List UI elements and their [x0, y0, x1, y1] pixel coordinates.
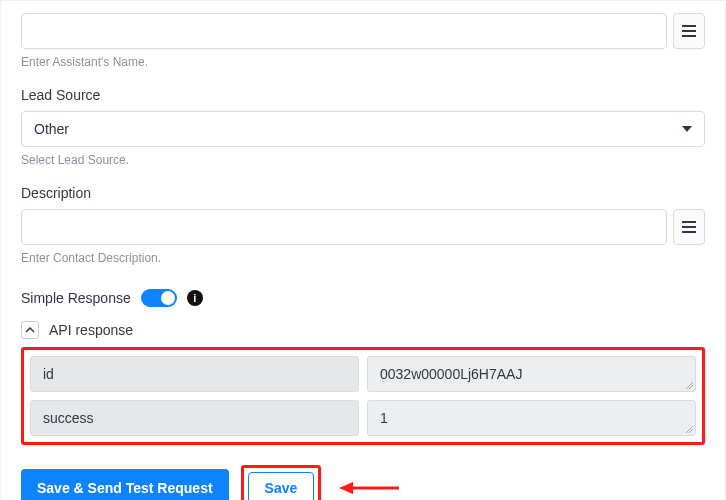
assistant-name-input[interactable] [21, 13, 667, 49]
svg-rect-5 [682, 231, 696, 233]
caret-down-icon [682, 126, 692, 132]
simple-response-toggle[interactable] [141, 289, 177, 307]
lead-source-label: Lead Source [21, 87, 705, 103]
assistant-name-row [21, 13, 705, 49]
api-key-text: id [43, 366, 54, 382]
api-key-text: success [43, 410, 94, 426]
api-response-header: API response [21, 321, 705, 339]
assistant-name-helper: Enter Assistant's Name. [21, 55, 705, 69]
description-helper: Enter Contact Description. [21, 251, 705, 265]
button-row: Save & Send Test Request Save [21, 465, 705, 500]
menu-icon [681, 221, 697, 233]
form-page: Enter Assistant's Name. Lead Source Othe… [0, 0, 726, 500]
api-key-cell[interactable]: success [30, 400, 359, 436]
svg-rect-3 [682, 221, 696, 223]
api-value-text: 1 [380, 410, 388, 426]
info-icon[interactable]: i [187, 290, 203, 306]
simple-response-row: Simple Response i [21, 289, 705, 307]
description-picker-button[interactable] [673, 209, 705, 245]
svg-rect-1 [682, 30, 696, 32]
lead-source-helper: Select Lead Source. [21, 153, 705, 167]
simple-response-label: Simple Response [21, 290, 131, 306]
svg-rect-0 [682, 25, 696, 27]
svg-marker-11 [339, 482, 353, 494]
chevron-up-icon [25, 326, 35, 334]
api-response-highlight-box: id 0032w00000Lj6H7AAJ success 1 [21, 347, 705, 445]
resize-handle-icon [683, 379, 693, 389]
svg-rect-4 [682, 226, 696, 228]
svg-rect-2 [682, 35, 696, 37]
api-value-cell[interactable]: 1 [367, 400, 696, 436]
menu-icon [681, 25, 697, 37]
save-send-test-request-button[interactable]: Save & Send Test Request [21, 469, 229, 500]
annotation-arrow-icon [339, 478, 399, 498]
lead-source-select[interactable]: Other [21, 111, 705, 147]
table-row: id 0032w00000Lj6H7AAJ [30, 356, 696, 392]
resize-handle-icon [683, 423, 693, 433]
lead-source-value: Other [34, 121, 69, 137]
assistant-name-picker-button[interactable] [673, 13, 705, 49]
description-row [21, 209, 705, 245]
api-value-cell[interactable]: 0032w00000Lj6H7AAJ [367, 356, 696, 392]
table-row: success 1 [30, 400, 696, 436]
description-label: Description [21, 185, 705, 201]
api-value-text: 0032w00000Lj6H7AAJ [380, 366, 522, 382]
save-highlight-box: Save [241, 465, 322, 500]
api-response-collapse-button[interactable] [21, 321, 39, 339]
description-input[interactable] [21, 209, 667, 245]
save-button[interactable]: Save [248, 472, 315, 500]
toggle-knob [161, 291, 175, 305]
api-key-cell[interactable]: id [30, 356, 359, 392]
api-response-title: API response [49, 322, 133, 338]
